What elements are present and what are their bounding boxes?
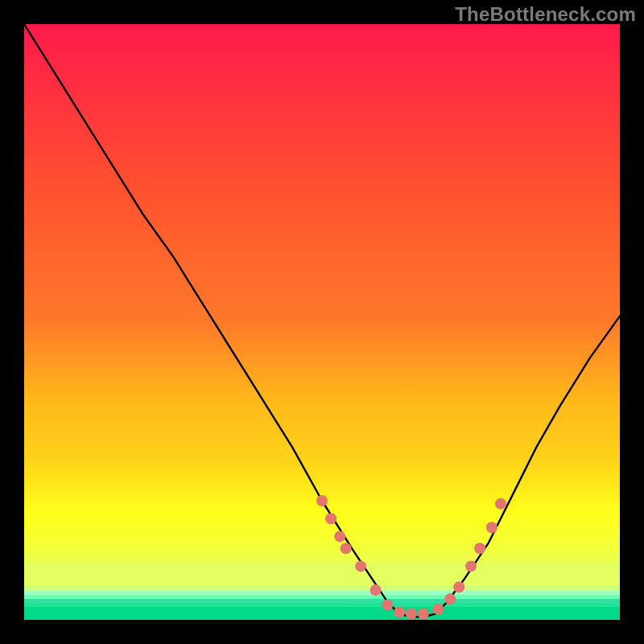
marker-point xyxy=(453,581,464,592)
gradient-background xyxy=(24,24,620,620)
green-stripe-0 xyxy=(24,586,620,591)
green-stripe-4 xyxy=(24,603,620,607)
marker-point xyxy=(334,530,345,542)
marker-point xyxy=(465,560,477,572)
marker-point xyxy=(418,609,429,620)
marker-point xyxy=(406,609,417,620)
green-stripe-1 xyxy=(24,591,620,595)
green-stripe-3 xyxy=(24,599,620,603)
marker-point xyxy=(474,543,485,554)
marker-point xyxy=(382,600,393,611)
marker-point xyxy=(495,498,506,510)
marker-point xyxy=(432,604,444,615)
bottleneck-chart xyxy=(24,24,620,620)
green-stripe-5 xyxy=(24,607,620,620)
marker-point xyxy=(325,513,336,524)
marker-point xyxy=(444,593,456,605)
marker-point xyxy=(355,560,366,572)
marker-point xyxy=(341,543,352,554)
green-stripe-2 xyxy=(24,595,620,599)
marker-point xyxy=(394,606,405,617)
marker-point xyxy=(316,495,328,506)
chart-frame: TheBottleneck.com xyxy=(0,0,644,644)
plot-area xyxy=(24,24,620,620)
watermark-text: TheBottleneck.com xyxy=(455,3,636,26)
marker-point xyxy=(486,522,497,533)
marker-point xyxy=(370,584,382,596)
